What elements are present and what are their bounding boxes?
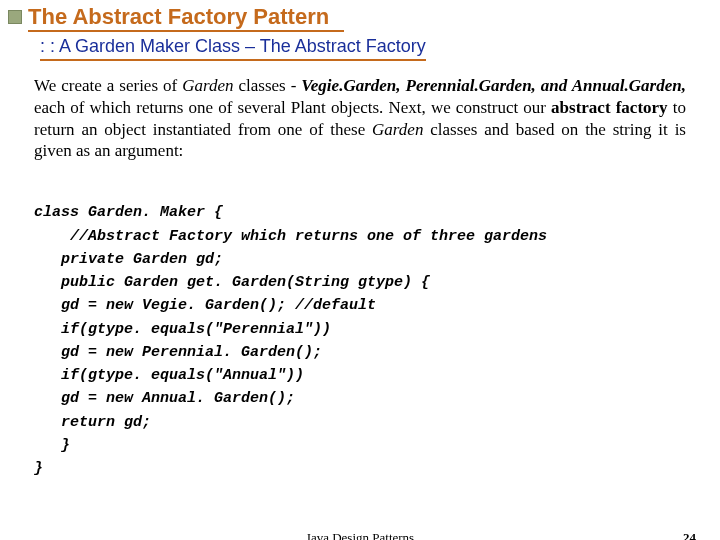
- para-bold: abstract factory: [551, 98, 668, 117]
- body-paragraph: We create a series of Garden classes - V…: [0, 61, 720, 162]
- subtitle-row: : : A Garden Maker Class – The Abstract …: [40, 36, 720, 61]
- subtitle: : : A Garden Maker Class – The Abstract …: [40, 36, 426, 61]
- title-underline: [28, 30, 344, 32]
- code-line: if(gtype. equals("Annual")): [34, 367, 304, 384]
- para-text: We create a series of: [34, 76, 182, 95]
- title-bar: The Abstract Factory Pattern: [0, 0, 720, 28]
- para-text: classes -: [234, 76, 302, 95]
- code-line: gd = new Perennial. Garden();: [34, 344, 322, 361]
- para-italic: Garden: [372, 120, 423, 139]
- para-italic: Garden: [182, 76, 233, 95]
- code-line: }: [34, 460, 43, 477]
- para-class-names: Vegie.Garden, Perennial.Garden, and Annu…: [301, 76, 686, 95]
- page-number: 24: [683, 530, 696, 540]
- code-line: private Garden gd;: [34, 251, 223, 268]
- code-line: gd = new Vegie. Garden(); //default: [34, 297, 376, 314]
- code-line: }: [34, 437, 70, 454]
- title-bullet-icon: [8, 10, 22, 24]
- page-title: The Abstract Factory Pattern: [28, 6, 329, 28]
- code-block: class Garden. Maker { //Abstract Factory…: [0, 162, 720, 480]
- code-line: gd = new Annual. Garden();: [34, 390, 295, 407]
- code-line: class Garden. Maker {: [34, 204, 223, 221]
- code-line: if(gtype. equals("Perennial")): [34, 321, 331, 338]
- footer-center: Java Design Patterns: [0, 530, 720, 540]
- para-text: each of which returns one of several Pla…: [34, 98, 551, 117]
- code-line: public Garden get. Garden(String gtype) …: [34, 274, 430, 291]
- code-line: return gd;: [34, 414, 151, 431]
- code-line: //Abstract Factory which returns one of …: [34, 228, 547, 245]
